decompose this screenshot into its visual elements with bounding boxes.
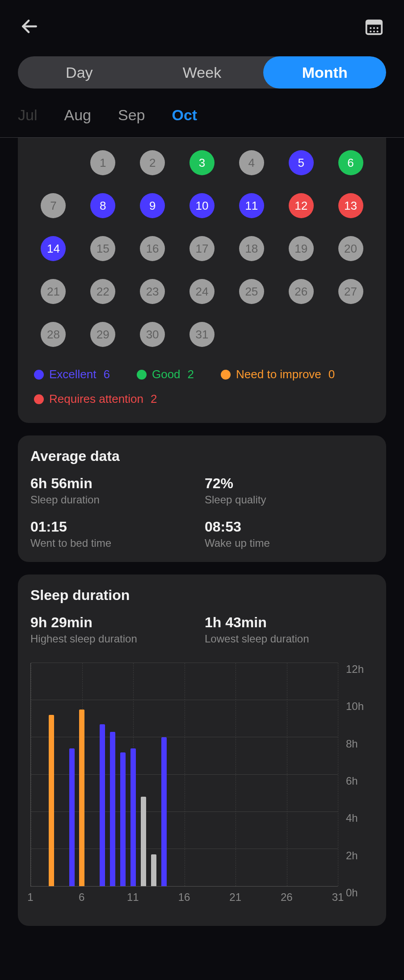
- calendar-icon-button[interactable]: [364, 16, 384, 38]
- month-oct[interactable]: Oct: [172, 106, 197, 124]
- stat-label: Went to bed time: [30, 537, 199, 549]
- stat-value: 72%: [205, 475, 374, 492]
- stat-value: 1h 43min: [205, 614, 374, 631]
- month-jul[interactable]: Jul: [18, 106, 37, 124]
- legend-improve: Need to improve 0: [221, 368, 335, 381]
- stat-sleep-quality: 72% Sleep quality: [205, 475, 374, 506]
- chart-bar: [130, 748, 136, 886]
- dot-icon: [221, 370, 231, 380]
- legend-label: Requires attention: [49, 392, 143, 406]
- svg-rect-2: [366, 21, 382, 25]
- calendar-day[interactable]: 5: [278, 150, 324, 175]
- calendar-day[interactable]: 25: [228, 279, 274, 304]
- calendar-day[interactable]: 7: [30, 193, 76, 218]
- x-tick-label: 6: [79, 891, 84, 904]
- month-selector[interactable]: JulAugSepOct: [0, 89, 404, 137]
- calendar-day[interactable]: 4: [228, 150, 274, 175]
- legend-label: Good: [152, 368, 181, 381]
- stat-lowest-duration: 1h 43min Lowest sleep duration: [205, 614, 374, 645]
- calendar-day[interactable]: 13: [328, 193, 374, 218]
- calendar-day[interactable]: 8: [80, 193, 126, 218]
- calendar-day[interactable]: 27: [328, 279, 374, 304]
- chart-bar: [161, 737, 167, 886]
- stat-label: Lowest sleep duration: [205, 633, 374, 645]
- card-title: Sleep duration: [30, 587, 374, 604]
- calendar-grid: 1234567891011121314151617181920212223242…: [30, 144, 374, 360]
- calendar-day[interactable]: 18: [228, 236, 274, 261]
- svg-point-6: [370, 30, 371, 32]
- dot-icon: [34, 394, 44, 404]
- svg-point-3: [370, 27, 371, 29]
- calendar-day[interactable]: 1: [80, 150, 126, 175]
- calendar-legend: Excellent 6 Good 2 Need to improve 0 Req…: [30, 360, 374, 410]
- x-tick-label: 21: [229, 891, 241, 904]
- stat-label: Sleep duration: [30, 494, 199, 506]
- calendar-day[interactable]: 31: [179, 322, 225, 347]
- month-sep[interactable]: Sep: [118, 106, 145, 124]
- tab-month[interactable]: Month: [263, 56, 386, 89]
- card-title: Average data: [30, 448, 374, 465]
- legend-count: 6: [104, 368, 110, 381]
- chart-bar: [49, 715, 54, 886]
- calendar-day[interactable]: 2: [130, 150, 176, 175]
- calendar-day[interactable]: 22: [80, 279, 126, 304]
- stat-value: 6h 56min: [30, 475, 199, 492]
- calendar-day[interactable]: 6: [328, 150, 374, 175]
- calendar-day[interactable]: 19: [278, 236, 324, 261]
- legend-label: Excellent: [49, 368, 97, 381]
- stat-label: Highest sleep duration: [30, 633, 199, 645]
- chart-bar: [100, 724, 105, 886]
- calendar-day[interactable]: 24: [179, 279, 225, 304]
- calendar-day[interactable]: 11: [228, 193, 274, 218]
- average-data-card: Average data 6h 56min Sleep duration 72%…: [18, 435, 386, 562]
- calendar-card: 1234567891011121314151617181920212223242…: [18, 138, 386, 423]
- x-tick-label: 11: [127, 891, 139, 904]
- stat-label: Sleep quality: [205, 494, 374, 506]
- svg-point-4: [373, 27, 375, 29]
- chart-bar: [120, 752, 126, 886]
- calendar-day[interactable]: 3: [179, 150, 225, 175]
- dot-icon: [34, 370, 44, 380]
- x-tick-label: 1: [27, 891, 33, 904]
- calendar-day[interactable]: 15: [80, 236, 126, 261]
- calendar-day[interactable]: 12: [278, 193, 324, 218]
- chart-bar: [79, 710, 84, 886]
- svg-point-5: [377, 27, 379, 29]
- stat-value: 9h 29min: [30, 614, 199, 631]
- legend-excellent: Excellent 6: [34, 368, 110, 381]
- stat-value: 08:53: [205, 519, 374, 535]
- stat-label: Wake up time: [205, 537, 374, 549]
- calendar-day[interactable]: 17: [179, 236, 225, 261]
- chart-bar: [141, 797, 146, 886]
- legend-good: Good 2: [137, 368, 194, 381]
- calendar-day[interactable]: 30: [130, 322, 176, 347]
- calendar-day[interactable]: 20: [328, 236, 374, 261]
- legend-label: Need to improve: [236, 368, 321, 381]
- month-aug[interactable]: Aug: [64, 106, 91, 124]
- svg-point-8: [377, 30, 379, 32]
- view-segmented-control[interactable]: Day Week Month: [18, 56, 386, 89]
- tab-week[interactable]: Week: [141, 56, 264, 89]
- calendar-day[interactable]: 14: [30, 236, 76, 261]
- x-tick-label: 16: [178, 891, 190, 904]
- stat-value: 01:15: [30, 519, 199, 535]
- stat-wake-time: 08:53 Wake up time: [205, 519, 374, 549]
- sleep-duration-chart: 0h2h4h6h8h10h12h 161116212631: [30, 663, 374, 913]
- tab-day[interactable]: Day: [18, 56, 141, 89]
- calendar-day[interactable]: 9: [130, 193, 176, 218]
- calendar-day[interactable]: 23: [130, 279, 176, 304]
- legend-count: 0: [328, 368, 335, 381]
- calendar-day[interactable]: 26: [278, 279, 324, 304]
- x-tick-label: 26: [281, 891, 293, 904]
- back-button[interactable]: [20, 17, 39, 38]
- calendar-day[interactable]: 21: [30, 279, 76, 304]
- chart-bar: [69, 748, 75, 886]
- calendar-day[interactable]: 10: [179, 193, 225, 218]
- calendar-day[interactable]: 28: [30, 322, 76, 347]
- calendar-day[interactable]: 16: [130, 236, 176, 261]
- stat-sleep-duration: 6h 56min Sleep duration: [30, 475, 199, 506]
- calendar-day[interactable]: 29: [80, 322, 126, 347]
- legend-count: 2: [188, 368, 194, 381]
- legend-attention: Requires attention 2: [34, 392, 157, 406]
- sleep-duration-card: Sleep duration 9h 29min Highest sleep du…: [18, 574, 386, 926]
